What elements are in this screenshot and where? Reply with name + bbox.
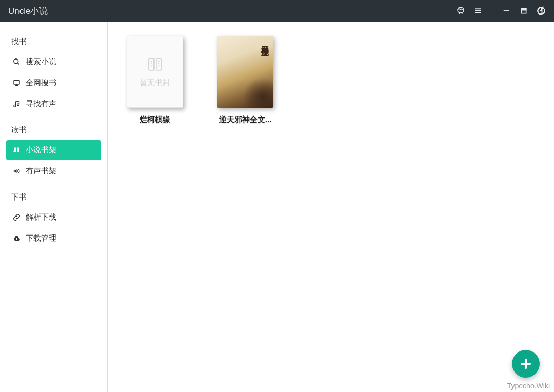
sidebar-item-label: 搜索小说 <box>26 57 56 67</box>
titlebar-divider <box>492 6 492 16</box>
sidebar-item-cloud[interactable]: 下载管理 <box>6 228 101 248</box>
book-cover: 邪神天 逆传说 <box>217 36 273 108</box>
titlebar-controls <box>456 6 546 16</box>
close-icon[interactable] <box>537 6 546 15</box>
minimize-icon[interactable] <box>502 6 511 15</box>
book-icon <box>12 146 21 154</box>
sidebar-item-link[interactable]: 解析下载 <box>6 207 101 227</box>
sidebar-item-label: 全网搜书 <box>26 78 56 88</box>
sidebar-item-label: 下载管理 <box>26 233 56 243</box>
sidebar-item-label: 寻找有声 <box>26 99 56 109</box>
sidebar: 找书搜索小说全网搜书寻找有声读书小说书架有声书架下书解析下载下载管理 <box>0 22 108 392</box>
sidebar-section-header: 下书 <box>6 188 101 206</box>
placeholder-text: 暂无书封 <box>140 78 170 88</box>
sidebar-item-audio[interactable]: 有声书架 <box>6 161 101 181</box>
sidebar-item-book[interactable]: 小说书架 <box>6 140 101 160</box>
openbook-icon <box>146 56 164 74</box>
content-area: 暂无书封烂柯棋缘邪神天 逆传说逆天邪神全文... Typecho.Wiki <box>108 22 554 392</box>
book-card[interactable]: 暂无书封烂柯棋缘 <box>124 36 186 125</box>
sidebar-section-header: 找书 <box>6 33 101 51</box>
book-title: 烂柯棋缘 <box>124 115 186 125</box>
cover-art-title: 邪神天 逆传说 <box>261 40 270 42</box>
sidebar-item-music[interactable]: 寻找有声 <box>6 94 101 114</box>
cloud-icon <box>12 234 21 243</box>
sidebar-item-label: 有声书架 <box>26 166 56 176</box>
maximize-icon[interactable] <box>519 6 528 15</box>
sidebar-item-label: 小说书架 <box>26 145 56 155</box>
menu-icon[interactable] <box>473 6 483 15</box>
monitor-icon <box>12 79 21 87</box>
svg-point-9 <box>13 59 18 64</box>
music-icon <box>12 100 21 108</box>
svg-rect-5 <box>521 8 526 10</box>
sidebar-item-label: 解析下载 <box>26 212 56 222</box>
svg-rect-11 <box>13 81 19 85</box>
sidebar-section-header: 读书 <box>6 121 101 139</box>
svg-line-10 <box>17 63 19 64</box>
watermark: Typecho.Wiki <box>507 382 550 390</box>
app-title: Uncle小说 <box>8 5 456 17</box>
sidebar-item-search[interactable]: 搜索小说 <box>6 52 101 72</box>
sidebar-item-monitor[interactable]: 全网搜书 <box>6 73 101 93</box>
theme-icon[interactable] <box>456 6 465 15</box>
titlebar: Uncle小说 <box>0 0 554 22</box>
add-button[interactable] <box>512 350 540 378</box>
book-grid: 暂无书封烂柯棋缘邪神天 逆传说逆天邪神全文... <box>124 36 538 125</box>
search-icon <box>12 58 21 66</box>
book-cover: 暂无书封 <box>127 36 183 108</box>
book-title: 逆天邪神全文... <box>214 115 276 125</box>
book-card[interactable]: 邪神天 逆传说逆天邪神全文... <box>214 36 276 125</box>
link-icon <box>12 213 21 222</box>
audio-icon <box>12 167 21 175</box>
